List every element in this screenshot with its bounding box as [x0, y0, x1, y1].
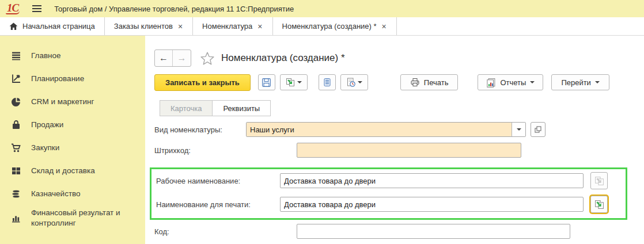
- kind-dropdown-button[interactable]: [512, 123, 525, 136]
- open-in-window-icon: [534, 125, 542, 134]
- save-button[interactable]: [258, 74, 275, 90]
- print-name-copy-button[interactable]: [590, 196, 608, 213]
- tab-label: Заказы клиентов: [114, 22, 173, 30]
- tab-label: Номенклатура: [202, 22, 252, 30]
- purchases-cart-icon: [11, 143, 21, 153]
- bar-chart-icon: [11, 213, 21, 223]
- copy-arrow-icon: [594, 176, 604, 186]
- report-icon: [486, 78, 496, 87]
- sidebar-item-crm[interactable]: CRM и маркетинг: [0, 90, 145, 113]
- sidebar-item-label: Казначейство: [31, 189, 81, 199]
- field-row-working-name: Рабочее наименование:: [156, 173, 626, 188]
- forward-button[interactable]: →: [173, 50, 191, 66]
- field-row-kind: Вид номенклатуры:: [154, 122, 644, 137]
- list-icon: [323, 78, 332, 87]
- reports-button-label: Отчеты: [500, 78, 526, 87]
- sidebar-item-treasury[interactable]: Казначейство: [0, 182, 145, 205]
- tab-label: Номенклатура (создание) *: [282, 22, 377, 30]
- field-row-barcode: Штрихкод:: [154, 143, 644, 158]
- close-icon[interactable]: ×: [177, 22, 183, 30]
- sidebar-item-label: Склад и доставка: [31, 166, 95, 176]
- sales-bag-icon: [11, 120, 21, 130]
- chevron-down-icon: [297, 81, 302, 83]
- code-input[interactable]: [297, 224, 570, 239]
- barcode-input[interactable]: [297, 143, 521, 158]
- working-name-copy-button[interactable]: [590, 172, 608, 189]
- goto-button[interactable]: Перейти: [551, 74, 609, 90]
- tab-customer-orders[interactable]: Заказы клиентов ×: [105, 17, 193, 35]
- sidebar-item-purchases[interactable]: Закупки: [0, 136, 145, 159]
- field-row-code: Код:: [154, 224, 644, 239]
- print-button[interactable]: Печать: [400, 74, 459, 90]
- tab-nomenclature[interactable]: Номенклатура ×: [193, 17, 272, 35]
- copy-arrow-icon: [594, 200, 604, 209]
- hamburger-icon[interactable]: [32, 3, 41, 14]
- kind-input[interactable]: [247, 123, 512, 136]
- sidebar-item-label: Планирование: [31, 74, 84, 84]
- print-name-label: Наименование для печати:: [156, 200, 280, 209]
- kind-open-button[interactable]: [531, 122, 545, 137]
- warehouse-icon: [11, 166, 21, 176]
- chevron-down-icon: [517, 128, 521, 131]
- menu-lines-icon: [11, 51, 21, 61]
- sidebar-item-label: Закупки: [31, 143, 59, 153]
- form-toolbar: Записать и закрыть Печать Отч: [154, 74, 644, 91]
- sidebar-item-label: Финансовый результат и контроллинг: [31, 208, 139, 228]
- goto-button-label: Перейти: [561, 78, 591, 87]
- code-label: Код:: [154, 227, 297, 236]
- chevron-down-icon: [530, 81, 535, 83]
- form-window: ← → Номенклатура (создание) * Записать и…: [145, 36, 644, 244]
- tab-label: Начальная страница: [22, 22, 95, 30]
- favorite-star-icon[interactable]: [200, 52, 214, 65]
- back-button[interactable]: ←: [155, 50, 173, 66]
- chevron-down-icon: [595, 81, 600, 83]
- planning-chart-icon: [11, 74, 21, 84]
- sidebar-item-warehouse[interactable]: Склад и доставка: [0, 159, 145, 182]
- sidebar-item-label: CRM и маркетинг: [31, 97, 94, 107]
- home-icon: [9, 22, 18, 30]
- coins-icon: [11, 189, 21, 199]
- tab-requisites[interactable]: Реквизиты: [212, 100, 271, 116]
- application-title: Торговый дом / Управление торговлей, ред…: [54, 5, 294, 13]
- close-icon[interactable]: ×: [381, 22, 387, 30]
- print-name-input[interactable]: [280, 197, 584, 212]
- highlight-annotation-box: Рабочее наименование: Наименование для п…: [150, 167, 627, 220]
- form-header: ← → Номенклатура (создание) *: [154, 49, 644, 67]
- tab-nomenclature-create[interactable]: Номенклатура (создание) * ×: [273, 17, 397, 35]
- sidebar-item-label: Главное: [31, 51, 61, 61]
- copy-arrow-icon: [286, 78, 295, 87]
- working-name-input[interactable]: [280, 173, 584, 188]
- kind-label: Вид номенклатуры:: [154, 125, 246, 134]
- sidebar-item-financial-result[interactable]: Финансовый результат и контроллинг: [0, 205, 145, 231]
- reports-button[interactable]: Отчеты: [478, 74, 543, 90]
- form-tabstrip: Карточка Реквизиты: [160, 100, 644, 116]
- change-history-button[interactable]: [340, 74, 368, 90]
- field-row-print-name: Наименование для печати:: [156, 197, 626, 212]
- barcode-label: Штрихкод:: [154, 146, 297, 155]
- 1c-logo: 1С: [6, 3, 20, 14]
- window-tabbar: Начальная страница Заказы клиентов × Ном…: [0, 17, 644, 36]
- document-clock-icon: [346, 78, 355, 87]
- application-titlebar: 1С Торговый дом / Управление торговлей, …: [0, 0, 644, 17]
- save-and-close-button[interactable]: Записать и закрыть: [154, 74, 251, 91]
- floppy-icon: [262, 78, 271, 87]
- kind-combo: [246, 122, 526, 137]
- sections-sidebar: Главное Планирование CRM и маркетинг Про…: [0, 36, 145, 244]
- sidebar-item-planning[interactable]: Планирование: [0, 67, 145, 90]
- chevron-down-icon: [358, 81, 362, 83]
- history-nav: ← →: [154, 49, 191, 67]
- page-title: Номенклатура (создание) *: [221, 52, 345, 64]
- close-icon[interactable]: ×: [257, 22, 263, 30]
- tab-card[interactable]: Карточка: [160, 100, 212, 116]
- copy-button[interactable]: [280, 74, 308, 90]
- print-button-label: Печать: [424, 78, 449, 87]
- pie-chart-icon: [11, 97, 21, 107]
- working-name-label: Рабочее наименование:: [156, 177, 280, 185]
- tab-home[interactable]: Начальная страница: [0, 17, 105, 35]
- sidebar-item-label: Продажи: [31, 120, 63, 130]
- printer-icon: [410, 78, 420, 87]
- sidebar-item-main[interactable]: Главное: [0, 44, 145, 67]
- list-button[interactable]: [319, 74, 336, 90]
- sidebar-item-sales[interactable]: Продажи: [0, 113, 145, 136]
